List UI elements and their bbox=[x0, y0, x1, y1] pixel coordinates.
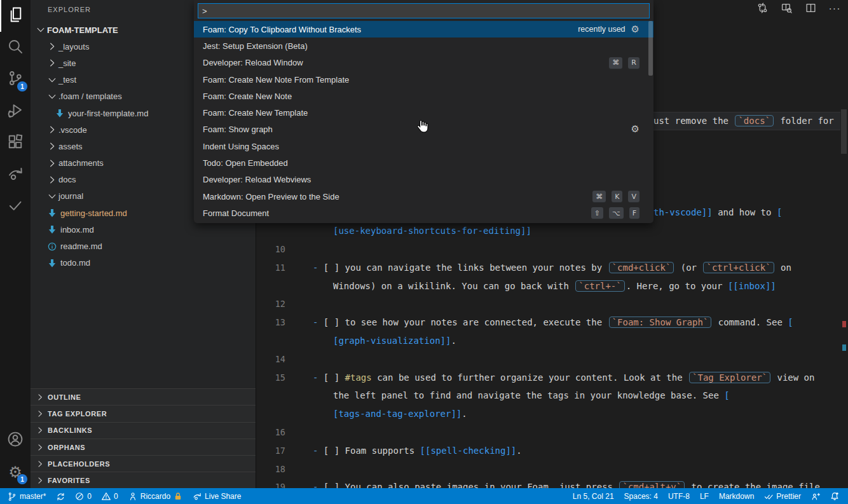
tree-item-label: todo.md bbox=[60, 258, 90, 268]
editor-line[interactable]: 13- [ ] to see how your notes are connec… bbox=[256, 313, 848, 332]
palette-item-label: Foam: Create New Note bbox=[203, 92, 639, 101]
code-text: - bbox=[313, 372, 324, 383]
palette-item[interactable]: Foam: Create New Note From Template bbox=[194, 71, 653, 88]
configure-keybinding-gear-icon[interactable]: ⚙ bbox=[631, 25, 639, 34]
activity-tasks-button[interactable] bbox=[0, 191, 31, 222]
code-text: . bbox=[516, 446, 521, 456]
editor-line[interactable]: 11- [ ] you can navigate the links betwe… bbox=[256, 258, 848, 276]
status-live-share[interactable]: Live Share bbox=[188, 488, 246, 504]
palette-item[interactable]: Foam: Create New Template bbox=[194, 104, 653, 121]
palette-item[interactable]: Markdown: Open Preview to the Side⌘KV bbox=[194, 188, 653, 205]
activity-extensions-button[interactable] bbox=[0, 127, 31, 159]
search-icon bbox=[7, 38, 24, 57]
editor-line[interactable]: the left panel to find and navigate the … bbox=[256, 386, 848, 405]
wikilink[interactable]: [use-keyboard-shortcuts-for-editing]] bbox=[333, 226, 531, 236]
editor-line[interactable]: [use-keyboard-shortcuts-for-editing]] bbox=[256, 222, 848, 240]
tree-item-todo-md[interactable]: todo.md bbox=[31, 255, 256, 271]
line-number: 11 bbox=[256, 262, 289, 273]
wikilink[interactable]: [tags-and-tag-explorer]] bbox=[333, 409, 462, 419]
editor-scrollbar[interactable] bbox=[841, 109, 847, 154]
panel-tag-explorer[interactable]: TAG EXPLORER bbox=[31, 405, 256, 421]
status-master-[interactable]: master* bbox=[3, 488, 51, 504]
panel-backlinks[interactable]: BACKLINKS bbox=[31, 422, 256, 439]
status-0[interactable]: 0 bbox=[97, 488, 123, 504]
editor-line[interactable]: 18 bbox=[256, 460, 848, 478]
panel-outline[interactable]: OUTLINE bbox=[31, 388, 256, 405]
palette-item[interactable]: Foam: Copy To Clipboard Without Brackets… bbox=[194, 21, 653, 37]
editor-line[interactable]: 17- [ ] Foam supports [[spell-checking]]… bbox=[256, 441, 848, 460]
status-feedback-icon[interactable] bbox=[806, 488, 825, 504]
status-label: 0 bbox=[87, 492, 92, 501]
wikilink[interactable]: [ bbox=[788, 317, 793, 327]
palette-item[interactable]: Todo: Open Embedded bbox=[194, 154, 653, 171]
palette-scrollbar[interactable] bbox=[648, 21, 653, 76]
wikilink[interactable]: th-vscode]] bbox=[653, 207, 713, 217]
code-text: view on bbox=[772, 372, 814, 383]
inline-code: `Tag Explorer` bbox=[689, 372, 770, 383]
activity-live-share-button[interactable] bbox=[0, 159, 31, 191]
palette-item[interactable]: Format Document⇧⌥F bbox=[194, 205, 653, 221]
chevron-right-icon bbox=[36, 460, 44, 468]
wikilink[interactable]: [[spell-checking]] bbox=[420, 446, 517, 456]
activity-account-button[interactable] bbox=[0, 425, 31, 456]
status-prettier[interactable]: Prettier bbox=[759, 488, 806, 504]
editor-line[interactable]: 12 bbox=[256, 295, 848, 313]
panel-favorites[interactable]: FAVORITES bbox=[31, 472, 256, 488]
compare-changes-icon[interactable] bbox=[755, 2, 769, 16]
tree-item-readme-md[interactable]: readme.md bbox=[31, 238, 256, 254]
configure-keybinding-gear-icon[interactable]: ⚙ bbox=[631, 125, 639, 134]
tree-item-inbox-md[interactable]: inbox.md bbox=[31, 221, 256, 238]
editor-line[interactable]: [graph-visualization]]. bbox=[256, 332, 848, 350]
status-spaces-4[interactable]: Spaces: 4 bbox=[619, 488, 663, 504]
status-utf-8[interactable]: UTF-8 bbox=[663, 488, 695, 504]
chevron-right-icon bbox=[36, 476, 44, 485]
status-lf[interactable]: LF bbox=[695, 488, 714, 504]
panel-placeholders[interactable]: PLACEHOLDERS bbox=[31, 455, 256, 472]
status-bell-icon[interactable] bbox=[825, 488, 844, 504]
activity-source-control-button[interactable]: 1 bbox=[0, 64, 31, 95]
status-sync-icon[interactable] bbox=[51, 488, 70, 504]
editor-line[interactable]: 19- [ ] You can also paste images in you… bbox=[256, 478, 848, 488]
status-label: Markdown bbox=[719, 492, 754, 501]
editor-line[interactable]: 16 bbox=[256, 423, 848, 442]
status-0[interactable]: 0 bbox=[70, 488, 97, 504]
line-content: - [ ] Foam supports [[spell-checking]]. bbox=[313, 446, 522, 456]
markdown-arrow-icon bbox=[55, 108, 65, 118]
chevron-down-icon bbox=[36, 25, 46, 35]
wikilink[interactable]: [graph-visualization]] bbox=[333, 336, 451, 346]
code-text: . bbox=[451, 336, 456, 346]
palette-item[interactable]: Foam: Show graph⚙ bbox=[194, 121, 653, 138]
extensions-icon bbox=[7, 133, 24, 153]
editor-line[interactable]: Windows) on a wikilink. You can go back … bbox=[256, 276, 848, 295]
status-markdown[interactable]: Markdown bbox=[714, 488, 759, 504]
line-number: 17 bbox=[256, 446, 289, 456]
keybinding-chip: V bbox=[628, 191, 639, 202]
line-content: - [ ] #tags can be used to further organ… bbox=[313, 372, 814, 383]
editor-line[interactable]: [tags-and-tag-explorer]]. bbox=[256, 405, 848, 423]
palette-item[interactable]: Indent Using Spaces bbox=[194, 138, 653, 154]
line-number: 15 bbox=[256, 372, 289, 383]
editor-line[interactable]: 10 bbox=[256, 240, 848, 259]
palette-item[interactable]: Jest: Setup Extension (Beta) bbox=[194, 37, 653, 54]
command-palette-input[interactable]: > bbox=[198, 3, 650, 18]
status-ln-5-col-21[interactable]: Ln 5, Col 21 bbox=[568, 488, 619, 504]
wikilink[interactable]: [[inbox]] bbox=[728, 281, 776, 291]
activity-run-debug-button[interactable] bbox=[0, 95, 31, 127]
code-text: [ ] you can navigate the links between y… bbox=[324, 262, 608, 273]
open-preview-icon[interactable] bbox=[779, 2, 793, 16]
palette-item[interactable]: Developer: Reload Webviews bbox=[194, 172, 653, 188]
activity-settings-button[interactable]: ⚙1 bbox=[0, 456, 31, 488]
editor-line[interactable]: 15- [ ] #tags can be used to further org… bbox=[256, 368, 848, 386]
palette-item[interactable]: Foam: Create New Note bbox=[194, 88, 653, 104]
split-editor-icon[interactable] bbox=[804, 2, 817, 16]
activity-search-button[interactable] bbox=[0, 32, 31, 64]
panel-orphans[interactable]: ORPHANS bbox=[31, 439, 256, 455]
editor-line[interactable]: 14 bbox=[256, 350, 848, 368]
more-actions-icon[interactable]: ··· bbox=[828, 2, 842, 16]
activity-explorer-button[interactable] bbox=[0, 0, 31, 32]
palette-item[interactable]: Developer: Reload Window⌘R bbox=[194, 55, 653, 71]
palette-item-label: Foam: Show graph bbox=[203, 125, 631, 134]
wikilink[interactable]: [ bbox=[724, 390, 729, 400]
status-riccardo[interactable]: Riccardo bbox=[123, 488, 188, 504]
wikilink[interactable]: [ bbox=[777, 207, 782, 217]
